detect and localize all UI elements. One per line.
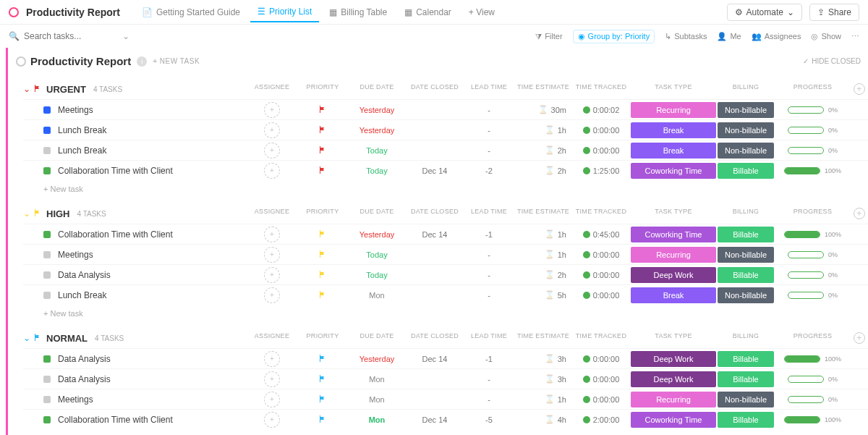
hide-closed-button[interactable]: ✓HIDE CLOSED xyxy=(803,57,861,65)
assignee-avatar-icon[interactable]: + xyxy=(264,143,280,159)
col-closed[interactable]: DATE CLOSED xyxy=(406,332,464,344)
billing-cell[interactable]: Non-billable xyxy=(717,246,775,263)
assignee-cell[interactable]: + xyxy=(247,351,297,367)
priority-cell[interactable] xyxy=(297,125,348,135)
time-estimate-cell[interactable]: ⌛1h xyxy=(514,250,572,259)
col-closed[interactable]: DATE CLOSED xyxy=(406,208,464,219)
col-track[interactable]: TIME TRACKED xyxy=(572,83,630,95)
col-assignee[interactable]: ASSIGNEE xyxy=(247,83,297,95)
time-tracked-cell[interactable]: 0:00:00 xyxy=(572,291,630,300)
col-lead[interactable]: LEAD TIME xyxy=(464,83,514,95)
priority-cell[interactable] xyxy=(297,374,348,384)
priority-cell[interactable] xyxy=(297,354,348,364)
time-tracked-cell[interactable]: 0:00:00 xyxy=(572,355,630,363)
task-row[interactable]: Meetings + Yesterday - ⌛30m 0:00:02 Recu… xyxy=(23,99,868,119)
priority-cell[interactable] xyxy=(297,270,348,280)
time-estimate-cell[interactable]: ⌛2h xyxy=(514,166,572,175)
groupby-button[interactable]: ◉Group by: Priority xyxy=(573,30,655,43)
task-row[interactable]: Data Analysis + Today - ⌛2h 0:00:00 Deep… xyxy=(23,264,868,284)
play-icon[interactable] xyxy=(583,292,590,299)
priority-cell[interactable] xyxy=(297,229,348,240)
play-icon[interactable] xyxy=(583,251,590,258)
task-row[interactable]: Data Analysis + Yesterday Dec 14 -1 ⌛3h … xyxy=(23,348,868,368)
assignee-avatar-icon[interactable]: + xyxy=(264,351,280,367)
task-name[interactable]: Lunch Break xyxy=(58,125,247,135)
collapse-group-icon[interactable]: ⌄ xyxy=(23,333,30,343)
col-est[interactable]: TIME ESTIMATE xyxy=(514,83,572,95)
task-type-cell[interactable]: Recurring xyxy=(630,391,717,408)
status-square-icon[interactable] xyxy=(43,376,51,383)
progress-cell[interactable]: 0% xyxy=(775,396,851,403)
collapse-icon[interactable] xyxy=(16,56,26,67)
status-square-icon[interactable] xyxy=(43,416,51,423)
due-date-cell[interactable]: Yesterday xyxy=(348,106,406,114)
progress-cell[interactable]: 0% xyxy=(775,292,851,299)
assignee-avatar-icon[interactable]: + xyxy=(264,412,280,428)
assignee-cell[interactable]: + xyxy=(247,267,297,283)
task-type-cell[interactable]: Coworking Time xyxy=(630,411,717,428)
task-type-cell[interactable]: Break xyxy=(630,122,717,139)
play-icon[interactable] xyxy=(583,355,590,363)
more-button[interactable]: ⋯ xyxy=(851,32,859,41)
task-name[interactable]: Data Analysis xyxy=(58,374,247,384)
task-name[interactable]: Collaboration Time with Client xyxy=(58,415,247,425)
billing-cell[interactable]: Billable xyxy=(717,266,775,284)
progress-cell[interactable]: 0% xyxy=(775,376,851,383)
assignee-cell[interactable]: + xyxy=(247,287,297,303)
assignee-cell[interactable]: + xyxy=(247,102,297,118)
due-date-cell[interactable]: Yesterday xyxy=(348,230,406,239)
task-row[interactable]: Lunch Break + Mon - ⌛5h 0:00:00 Break No… xyxy=(23,284,868,305)
play-icon[interactable] xyxy=(583,396,590,403)
search-box[interactable]: 🔍 ⌄ xyxy=(9,31,129,41)
status-square-icon[interactable] xyxy=(43,147,51,154)
col-type[interactable]: TASK TYPE xyxy=(630,208,717,219)
status-square-icon[interactable] xyxy=(43,396,51,403)
time-tracked-cell[interactable]: 0:00:00 xyxy=(572,146,630,155)
col-type[interactable]: TASK TYPE xyxy=(630,83,717,95)
col-track[interactable]: TIME TRACKED xyxy=(572,208,630,219)
due-date-cell[interactable]: Mon xyxy=(348,415,406,424)
priority-cell[interactable] xyxy=(297,250,348,260)
assignee-avatar-icon[interactable]: + xyxy=(264,267,280,283)
task-type-cell[interactable]: Break xyxy=(630,142,717,159)
time-estimate-cell[interactable]: ⌛4h xyxy=(514,415,572,424)
task-row[interactable]: Collaboration Time with Client + Today D… xyxy=(23,160,868,180)
task-row[interactable]: Meetings + Mon - ⌛1h 0:00:00 Recurring N… xyxy=(23,389,868,409)
task-name[interactable]: Lunch Break xyxy=(58,290,247,300)
assignee-avatar-icon[interactable]: + xyxy=(264,287,280,303)
add-view-button[interactable]: + View xyxy=(461,3,502,22)
add-column[interactable]: + xyxy=(851,83,868,95)
time-tracked-cell[interactable]: 0:45:00 xyxy=(572,230,630,239)
task-row[interactable]: Meetings + Today - ⌛1h 0:00:00 Recurring… xyxy=(23,244,868,264)
task-name[interactable]: Meetings xyxy=(58,394,247,405)
filter-button[interactable]: ⧩Filter xyxy=(535,32,562,41)
progress-cell[interactable]: 0% xyxy=(775,127,851,134)
assignee-avatar-icon[interactable]: + xyxy=(264,371,280,387)
due-date-cell[interactable]: Mon xyxy=(348,291,406,300)
task-row[interactable]: Collaboration Time with Client + Mon Dec… xyxy=(23,409,868,429)
col-prog[interactable]: PROGRESS xyxy=(775,208,851,219)
col-lead[interactable]: LEAD TIME xyxy=(464,332,514,344)
progress-cell[interactable]: 0% xyxy=(775,271,851,279)
task-row[interactable]: Lunch Break + Yesterday - ⌛1h 0:00:00 Br… xyxy=(23,119,868,140)
time-tracked-cell[interactable]: 0:00:00 xyxy=(572,126,630,135)
due-date-cell[interactable]: Yesterday xyxy=(348,355,406,363)
assignee-avatar-icon[interactable]: + xyxy=(264,102,280,118)
col-bill[interactable]: BILLING xyxy=(717,208,775,219)
assignee-avatar-icon[interactable]: + xyxy=(264,163,280,179)
time-estimate-cell[interactable]: ⌛1h xyxy=(514,229,572,239)
priority-cell[interactable] xyxy=(297,145,348,156)
task-type-cell[interactable]: Break xyxy=(630,287,717,304)
due-date-cell[interactable]: Today xyxy=(348,146,406,155)
col-due[interactable]: DUE DATE xyxy=(348,332,406,344)
assignee-avatar-icon[interactable]: + xyxy=(264,227,280,242)
billing-cell[interactable]: Non-billable xyxy=(717,391,775,408)
info-icon[interactable]: i xyxy=(137,56,147,67)
status-square-icon[interactable] xyxy=(43,271,51,279)
priority-cell[interactable] xyxy=(297,105,348,115)
assignee-cell[interactable]: + xyxy=(247,227,297,242)
assignee-cell[interactable]: + xyxy=(247,122,297,138)
col-bill[interactable]: BILLING xyxy=(717,332,775,344)
time-estimate-cell[interactable]: ⌛3h xyxy=(514,354,572,363)
assignees-button[interactable]: 👥Assignees xyxy=(752,32,801,41)
